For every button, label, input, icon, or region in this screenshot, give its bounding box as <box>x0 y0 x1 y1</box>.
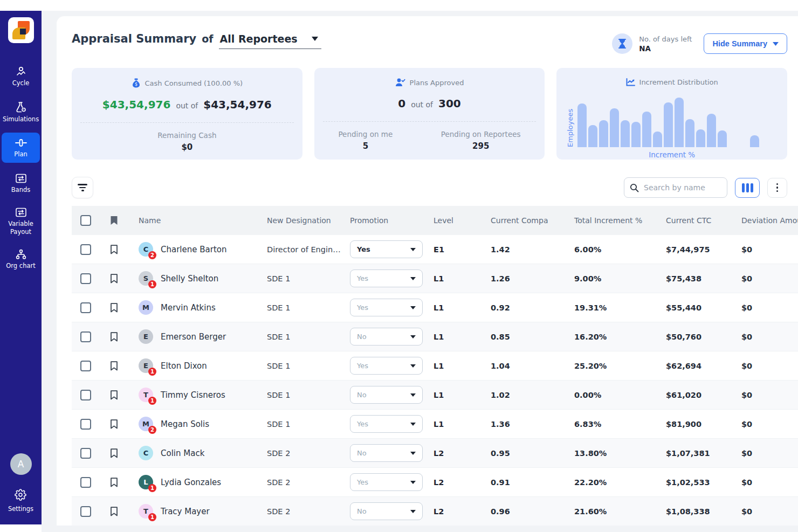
col-header-deviation-amount[interactable]: Deviation Amount <box>728 216 798 225</box>
bookmark-filled-icon[interactable] <box>110 216 118 225</box>
notification-badge: 2 <box>148 251 156 259</box>
chevron-down-icon <box>312 37 318 41</box>
employee-name[interactable]: Colin Mack <box>161 448 204 458</box>
chart-y-axis-label: Employees <box>566 91 574 147</box>
employee-name[interactable]: Megan Solis <box>161 419 209 429</box>
row-checkbox[interactable] <box>80 419 91 430</box>
sidebar-item-cycle[interactable]: Cycle <box>2 61 40 92</box>
columns-button[interactable] <box>735 178 760 198</box>
col-header-level[interactable]: Level <box>425 216 479 225</box>
pending-on-reportees-value: 295 <box>441 141 521 151</box>
cash-total-value: $43,54,976 <box>203 98 272 111</box>
sidebar-item-variable-payout[interactable]: Variable Payout <box>2 204 40 239</box>
table-row: T1Tracy MayerSDE 2NoL20.9621.60%$1,08,33… <box>72 497 798 526</box>
col-header-current-compa[interactable]: Current Compa <box>479 216 562 225</box>
col-header-promotion[interactable]: Promotion <box>341 216 425 225</box>
chevron-down-icon <box>773 42 779 46</box>
promotion-dropdown[interactable]: No <box>350 386 423 404</box>
row-checkbox[interactable] <box>80 244 91 255</box>
row-checkbox[interactable] <box>80 390 91 400</box>
promotion-value: Yes <box>357 274 368 282</box>
current-ctc-cell: $7,44,975 <box>653 245 728 254</box>
bookmark-outline-icon[interactable] <box>110 361 118 371</box>
avatar: E <box>139 329 153 344</box>
kebab-menu-button[interactable] <box>767 178 787 198</box>
deviation-amount-cell: $0 <box>728 507 798 516</box>
current-compa-cell: 0.85 <box>479 333 562 341</box>
sidebar-item-org-chart[interactable]: Org chart <box>2 245 40 275</box>
notification-badge: 2 <box>148 426 156 434</box>
hide-summary-button[interactable]: Hide Summary <box>704 33 787 54</box>
col-header-current-ctc[interactable]: Current CTC <box>653 216 728 225</box>
sidebar-item-bands[interactable]: Bands <box>2 168 40 198</box>
row-checkbox[interactable] <box>80 361 91 371</box>
promotion-dropdown[interactable]: Yes <box>350 357 423 375</box>
bookmark-outline-icon[interactable] <box>110 274 118 284</box>
gear-icon <box>15 489 26 502</box>
days-left-widget: No. of days left NA <box>612 33 692 54</box>
table-body: C2Charlene BartonDirector of Engineer…Ye… <box>72 235 798 526</box>
employee-name[interactable]: Tracy Mayer <box>161 507 210 516</box>
row-checkbox[interactable] <box>80 448 91 459</box>
row-checkbox[interactable] <box>80 302 91 313</box>
current-ctc-cell: $1,08,338 <box>653 507 728 516</box>
select-all-checkbox[interactable] <box>80 215 91 226</box>
sidebar-item-plan[interactable]: Plan <box>2 133 40 163</box>
employee-name[interactable]: Shelly Shelton <box>161 274 218 284</box>
row-checkbox[interactable] <box>80 506 91 517</box>
bookmark-outline-icon[interactable] <box>110 507 118 516</box>
promotion-cell: Yes <box>341 299 425 316</box>
col-header-new-designation[interactable]: New Designation <box>260 216 341 225</box>
promotion-value: Yes <box>357 303 368 312</box>
plans-total-value: 300 <box>438 97 461 110</box>
person-check-icon <box>395 78 405 87</box>
bookmark-outline-icon[interactable] <box>110 332 118 342</box>
row-bookmark-cell <box>102 478 126 487</box>
promotion-dropdown[interactable]: Yes <box>350 270 423 287</box>
bookmark-outline-icon[interactable] <box>110 245 118 254</box>
table-row: EEmerson BergerSDE 1NoL10.8516.20%$50,76… <box>72 322 798 351</box>
promotion-dropdown[interactable]: Yes <box>350 299 423 316</box>
promotion-dropdown[interactable]: Yes <box>350 240 423 258</box>
bookmark-outline-icon[interactable] <box>110 419 118 429</box>
promotion-value: Yes <box>357 245 370 253</box>
promotion-dropdown[interactable]: No <box>350 502 423 520</box>
promotion-dropdown[interactable]: Yes <box>350 415 423 433</box>
bookmark-outline-icon[interactable] <box>110 478 118 487</box>
current-compa-cell: 1.36 <box>479 420 562 429</box>
filter-button[interactable] <box>72 177 93 198</box>
row-checkbox[interactable] <box>80 273 91 284</box>
bookmark-outline-icon[interactable] <box>110 303 118 313</box>
employee-name[interactable]: Timmy Cisneros <box>161 390 225 400</box>
employee-name[interactable]: Elton Dixon <box>161 361 207 371</box>
employee-name[interactable]: Charlene Barton <box>161 245 226 254</box>
col-header-name[interactable]: Name <box>126 216 260 225</box>
search-input[interactable] <box>644 183 719 192</box>
remaining-cash: Remaining Cash $0 <box>157 131 216 152</box>
employee-name[interactable]: Lydia Gonzales <box>161 478 221 487</box>
sidebar-item-settings[interactable]: Settings <box>8 489 33 513</box>
promotion-dropdown[interactable]: No <box>350 444 423 462</box>
row-checkbox-cell <box>80 448 102 459</box>
row-bookmark-cell <box>102 245 126 254</box>
plans-card-footer: Pending on me 5 Pending on Reportees 295 <box>314 130 545 151</box>
promotion-dropdown[interactable]: Yes <box>350 473 423 491</box>
row-checkbox[interactable] <box>80 477 91 488</box>
row-checkbox[interactable] <box>80 331 91 342</box>
out-of-label: out of <box>411 100 433 109</box>
employee-name[interactable]: Emerson Berger <box>161 332 226 342</box>
user-avatar[interactable]: A <box>10 453 32 475</box>
promotion-dropdown[interactable]: No <box>350 328 423 346</box>
bookmark-outline-icon[interactable] <box>110 390 118 400</box>
bookmark-outline-icon[interactable] <box>110 448 118 458</box>
sidebar-item-simulations[interactable]: Simulations <box>2 97 40 127</box>
current-compa-cell: 0.95 <box>479 449 562 458</box>
scope-selector-dropdown[interactable]: All Reportees <box>219 33 321 49</box>
name-cell: CColin Mack <box>126 446 260 460</box>
employee-name[interactable]: Mervin Atkins <box>161 303 216 313</box>
deviation-amount-cell: $0 <box>728 245 798 254</box>
col-header-total-increment[interactable]: Total Increment % <box>562 216 653 225</box>
days-left-label: No. of days left <box>639 35 692 43</box>
new-designation-cell: SDE 1 <box>260 420 341 429</box>
increment-distribution-card: Increment Distribution Employees Increme… <box>556 68 787 160</box>
